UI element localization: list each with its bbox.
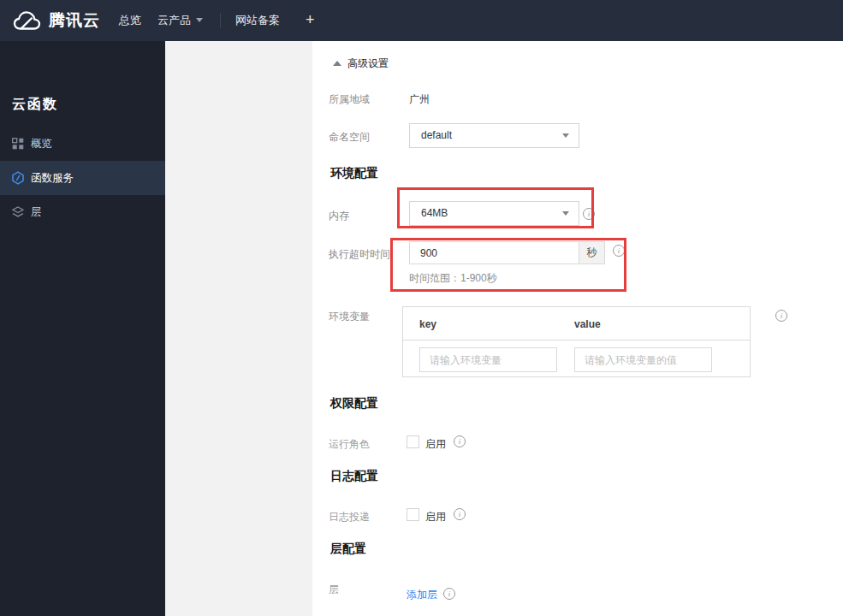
namespace-select[interactable]: default (409, 123, 579, 148)
env-value-input[interactable] (574, 347, 712, 372)
run-role-checkbox[interactable] (407, 435, 419, 448)
advanced-settings-toggle[interactable]: 高级设置 (333, 56, 389, 71)
timeout-label: 执行超时时间 (329, 247, 390, 262)
secondary-panel (165, 41, 312, 616)
chevron-down-icon (562, 211, 569, 216)
sidebar-product-title: 云函数 (12, 96, 58, 114)
section-layer-config: 层配置 (330, 542, 366, 557)
log-delivery-info-icon[interactable]: i (454, 508, 466, 520)
memory-label: 内存 (329, 209, 349, 223)
top-navbar: 腾讯云 总览 云产品 网站备案 + (0, 0, 843, 41)
memory-select-value: 64MB (421, 207, 448, 219)
layer-label: 层 (329, 583, 339, 597)
sidebar: 云函数 概览 函数服务 (0, 41, 165, 616)
function-icon (11, 171, 25, 185)
nav-icp-record[interactable]: 网站备案 (235, 0, 280, 41)
env-vars-label: 环境变量 (329, 310, 370, 324)
sidebar-item-label: 函数服务 (31, 171, 74, 186)
function-config-form: 高级设置 所属地域 广州 命名空间 default 环境配置 内存 64MB i… (312, 41, 843, 616)
tencent-cloud-logo[interactable]: 腾讯云 (12, 0, 100, 41)
log-delivery-label: 日志投递 (329, 510, 370, 524)
env-key-header: key (419, 318, 436, 330)
log-delivery-enable-label: 启用 (425, 510, 446, 524)
region-value: 广州 (409, 92, 430, 107)
env-value-header: value (574, 318, 601, 330)
layers-icon (11, 205, 25, 219)
chevron-down-icon (562, 133, 569, 138)
timeout-unit-addon: 秒 (579, 242, 604, 264)
chevron-down-icon (196, 18, 203, 22)
collapse-triangle-icon (333, 61, 341, 66)
grid-icon (11, 137, 25, 151)
env-vars-table-header: key value (403, 307, 750, 341)
section-env-config: 环境配置 (330, 166, 378, 181)
sidebar-item-overview[interactable]: 概览 (0, 127, 165, 161)
sidebar-item-layers[interactable]: 层 (0, 195, 165, 229)
nav-divider (220, 13, 221, 28)
add-layer-link[interactable]: 添加层 (407, 588, 437, 602)
namespace-select-value: default (421, 129, 452, 141)
env-vars-info-icon[interactable]: i (775, 310, 787, 322)
timeout-range-hint: 时间范围：1-900秒 (409, 271, 497, 286)
memory-info-icon[interactable]: i (583, 208, 595, 220)
section-perm-config: 权限配置 (330, 396, 378, 412)
section-log-config: 日志配置 (330, 469, 378, 484)
tencent-cloud-console: 腾讯云 总览 云产品 网站备案 + 云函数 概览 (0, 0, 843, 616)
run-role-label: 运行角色 (329, 437, 370, 452)
env-key-input[interactable] (419, 347, 557, 372)
timeout-info-icon[interactable]: i (613, 245, 625, 257)
sidebar-item-label: 概览 (31, 137, 52, 151)
advanced-settings-label: 高级设置 (347, 57, 389, 69)
sidebar-item-label: 层 (31, 205, 42, 220)
nav-add-tab-button[interactable]: + (306, 0, 315, 41)
nav-products[interactable]: 云产品 (157, 0, 203, 41)
run-role-info-icon[interactable]: i (454, 435, 466, 447)
tencent-cloud-logo-icon (12, 9, 43, 33)
nav-overview[interactable]: 总览 (119, 0, 141, 41)
timeout-input-group: 秒 (409, 241, 605, 264)
log-delivery-checkbox[interactable] (407, 508, 419, 521)
sidebar-item-function-service[interactable]: 函数服务 (0, 161, 165, 195)
run-role-enable-label: 启用 (425, 437, 446, 452)
env-vars-table: key value (402, 306, 751, 377)
memory-select[interactable]: 64MB (409, 201, 579, 226)
timeout-input[interactable] (410, 242, 579, 264)
namespace-label: 命名空间 (329, 130, 370, 145)
add-layer-info-icon[interactable]: i (443, 588, 455, 600)
region-label: 所属地域 (329, 92, 370, 107)
logo-text: 腾讯云 (49, 9, 100, 32)
